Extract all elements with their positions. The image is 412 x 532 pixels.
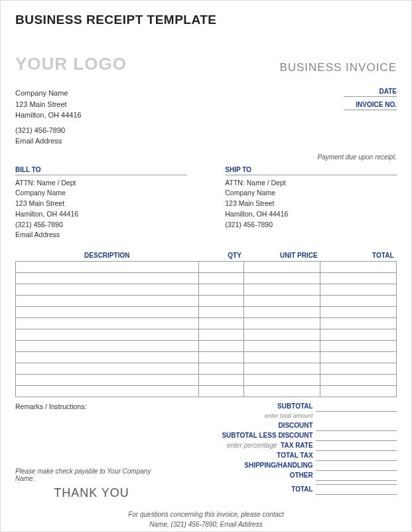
totals-table: SUBTOTAL enter total amount DISCOUNT SUB…: [183, 401, 397, 495]
company-name: Company Name: [15, 88, 82, 99]
col-unit-price: UNIT PRICE: [244, 250, 320, 262]
ship-to-attn: ATTN: Name / Dept: [225, 178, 397, 189]
table-row: [16, 273, 397, 284]
company-street: 123 Main Street: [15, 99, 82, 110]
bill-to-header: BILL TO: [15, 166, 187, 175]
other-val: [316, 470, 397, 480]
table-row: [16, 262, 397, 273]
items-table: DESCRIPTION QTY UNIT PRICE TOTAL: [15, 250, 397, 397]
discount-val: [316, 420, 397, 430]
table-row: [16, 296, 397, 307]
table-row: [16, 318, 397, 329]
company-city: Hamilton, OH 44416: [15, 110, 82, 121]
remarks-col: Remarks / Instructions: Please make chec…: [15, 401, 168, 500]
col-total: TOTAL: [320, 250, 397, 262]
bill-to-street: 123 Main Street: [15, 199, 187, 209]
table-row: [16, 375, 397, 386]
logo-placeholder: YOUR LOGO: [15, 54, 127, 74]
ship-to-header: SHIP TO: [225, 166, 397, 175]
col-description: DESCRIPTION: [16, 250, 199, 262]
tax-rate-label: enter percentage TAX RATE: [183, 440, 316, 450]
table-row: [16, 284, 397, 296]
bill-to-company: Company Name: [15, 188, 187, 199]
ship-to-phone: (321) 456-7890: [225, 220, 397, 230]
table-row: [16, 352, 397, 363]
ship-to: SHIP TO ATTN: Name / Dept Company Name 1…: [225, 166, 397, 241]
bottom-row: Remarks / Instructions: Please make chec…: [15, 401, 397, 500]
tax-rate-val: [316, 440, 397, 450]
bill-to: BILL TO ATTN: Name / Dept Company Name 1…: [15, 166, 187, 241]
payable-text: Please make check payable to Your Compan…: [15, 468, 168, 482]
table-row: [16, 341, 397, 352]
company-block: Company Name 123 Main Street Hamilton, O…: [15, 88, 82, 147]
subtotal-val: [316, 401, 397, 411]
footer-web: www.yourwebaddress.com: [15, 529, 397, 532]
footer-line1: For questions concerning this invoice, p…: [15, 509, 397, 519]
payment-note: Payment due upon receipt.: [15, 153, 397, 161]
total-tax-val: [316, 450, 397, 460]
footer-line2: Name, (321) 456-7890, Email Address: [15, 519, 397, 529]
subtotal-label: SUBTOTAL: [183, 401, 316, 411]
table-row: [16, 307, 397, 318]
table-row: [16, 329, 397, 341]
thank-you: THANK YOU: [15, 486, 168, 500]
remarks-label: Remarks / Instructions:: [15, 402, 168, 410]
invoice-label: BUSINESS INVOICE: [279, 61, 397, 74]
ship-to-company: Company Name: [225, 188, 397, 199]
bill-to-phone: (321) 456-7890: [15, 220, 187, 230]
date-label: DATE: [344, 88, 397, 97]
subtotal-less-label: SUBTOTAL LESS DISCOUNT: [183, 430, 316, 440]
shipping-label: SHIPPING/HANDLING: [183, 460, 316, 470]
items-header-row: DESCRIPTION QTY UNIT PRICE TOTAL: [16, 250, 397, 262]
table-row: [16, 363, 397, 375]
company-phone: (321) 456-7890: [15, 125, 82, 136]
table-row: [16, 386, 397, 397]
shipping-val: [316, 460, 397, 470]
meta-row: Company Name 123 Main Street Hamilton, O…: [15, 88, 397, 147]
company-email: Email Address: [15, 135, 82, 147]
other-label: OTHER: [183, 470, 316, 480]
page-title: BUSINESS RECEIPT TEMPLATE: [15, 13, 397, 27]
header-row: YOUR LOGO BUSINESS INVOICE: [15, 54, 397, 74]
items-body: [16, 262, 397, 397]
total-tax-label: TOTAL TAX: [183, 450, 316, 460]
total-val: [316, 484, 397, 494]
invoice-no-label: INVOICE NO.: [344, 101, 397, 110]
subtotal-hint: enter total amount: [183, 411, 316, 420]
bill-to-attn: ATTN: Name / Dept: [15, 178, 187, 189]
date-block: DATE INVOICE NO.: [344, 88, 397, 147]
bill-to-city: Hamilton, OH 44416: [15, 209, 187, 220]
bill-to-email: Email Address: [15, 230, 187, 240]
ship-to-city: Hamilton, OH 44416: [225, 209, 397, 220]
discount-label: DISCOUNT: [183, 420, 316, 430]
totals-col: SUBTOTAL enter total amount DISCOUNT SUB…: [183, 401, 397, 500]
ship-to-street: 123 Main Street: [225, 199, 397, 209]
footer: For questions concerning this invoice, p…: [15, 509, 397, 532]
subtotal-less-val: [316, 430, 397, 440]
col-qty: QTY: [198, 250, 244, 262]
bill-ship-row: BILL TO ATTN: Name / Dept Company Name 1…: [15, 166, 397, 241]
total-label: TOTAL: [183, 484, 316, 494]
